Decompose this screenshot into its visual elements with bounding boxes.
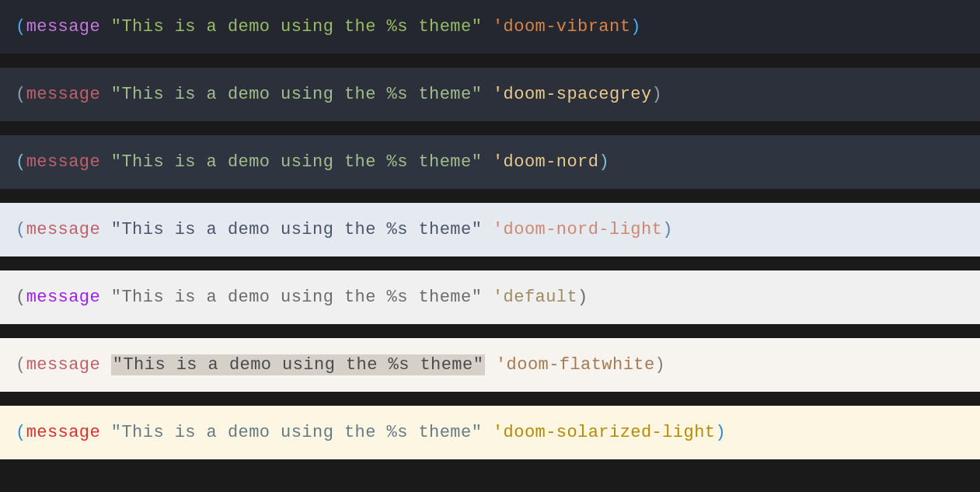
string: "This is a demo using the %s theme" bbox=[111, 152, 482, 172]
string: "This is a demo using the %s theme" bbox=[111, 85, 482, 104]
space bbox=[482, 288, 493, 307]
open-paren: ( bbox=[16, 288, 26, 307]
string: "This is a demo using the %s theme" bbox=[111, 220, 482, 239]
close-paren: ) bbox=[652, 85, 663, 104]
close-paren: ) bbox=[715, 423, 726, 442]
space bbox=[482, 85, 493, 104]
space bbox=[100, 152, 111, 172]
open-paren: ( bbox=[16, 152, 26, 172]
keyword: message bbox=[26, 17, 101, 37]
open-paren: ( bbox=[16, 220, 26, 239]
space bbox=[100, 17, 111, 37]
quote-symbol: 'doom-vibrant bbox=[493, 17, 630, 37]
code-line: (message "This is a demo using the %s th… bbox=[16, 220, 673, 239]
open-paren: ( bbox=[16, 355, 26, 375]
keyword: message bbox=[26, 220, 101, 239]
space bbox=[482, 152, 493, 172]
keyword: message bbox=[26, 423, 101, 442]
separator bbox=[0, 189, 980, 203]
open-paren: ( bbox=[16, 17, 26, 37]
space bbox=[100, 220, 111, 239]
space bbox=[485, 355, 496, 375]
theme-block-doom-flatwhite: (message "This is a demo using the %s th… bbox=[0, 338, 980, 392]
string-highlighted: "This is a demo using the %s theme" bbox=[111, 354, 485, 375]
code-line: (message "This is a demo using the %s th… bbox=[16, 288, 588, 307]
separator bbox=[0, 121, 980, 135]
keyword: message bbox=[26, 85, 101, 104]
close-paren: ) bbox=[655, 355, 666, 375]
space bbox=[482, 17, 493, 37]
theme-block-doom-nord: (message "This is a demo using the %s th… bbox=[0, 135, 980, 189]
keyword: message bbox=[26, 152, 101, 172]
open-paren: ( bbox=[16, 423, 26, 442]
space bbox=[100, 355, 111, 375]
string: "This is a demo using the %s theme" bbox=[111, 288, 482, 307]
theme-block-doom-nord-light: (message "This is a demo using the %s th… bbox=[0, 203, 980, 256]
string: "This is a demo using the %s theme" bbox=[111, 423, 482, 442]
space bbox=[482, 423, 493, 442]
code-line: (message "This is a demo using the %s th… bbox=[16, 17, 641, 37]
code-line: (message "This is a demo using the %s th… bbox=[16, 423, 726, 442]
close-paren: ) bbox=[662, 220, 673, 239]
quote-symbol: 'doom-spacegrey bbox=[493, 85, 652, 104]
separator bbox=[0, 256, 980, 270]
space bbox=[100, 288, 111, 307]
code-line: (message "This is a demo using the %s th… bbox=[16, 355, 665, 375]
open-paren: ( bbox=[16, 85, 26, 104]
keyword: message bbox=[26, 288, 101, 307]
keyword: message bbox=[26, 355, 101, 375]
separator bbox=[0, 392, 980, 406]
quote-symbol: 'doom-nord bbox=[493, 152, 598, 172]
quote-symbol: 'default bbox=[493, 288, 577, 307]
quote-symbol: 'doom-flatwhite bbox=[496, 355, 655, 375]
close-paren: ) bbox=[630, 17, 641, 37]
theme-block-doom-spacegrey: (message "This is a demo using the %s th… bbox=[0, 68, 980, 121]
space bbox=[100, 423, 111, 442]
string: "This is a demo using the %s theme" bbox=[111, 17, 482, 37]
space bbox=[482, 220, 493, 239]
theme-block-doom-vibrant: (message "This is a demo using the %s th… bbox=[0, 0, 980, 54]
code-line: (message "This is a demo using the %s th… bbox=[16, 152, 609, 172]
quote-symbol: 'doom-solarized-light bbox=[493, 423, 716, 442]
theme-block-doom-solarized-light: (message "This is a demo using the %s th… bbox=[0, 406, 980, 459]
quote-symbol: 'doom-nord-light bbox=[493, 220, 662, 239]
code-line: (message "This is a demo using the %s th… bbox=[16, 85, 662, 104]
space bbox=[100, 85, 111, 104]
separator bbox=[0, 324, 980, 338]
separator bbox=[0, 54, 980, 68]
close-paren: ) bbox=[577, 288, 588, 307]
theme-block-default: (message "This is a demo using the %s th… bbox=[0, 270, 980, 324]
close-paren: ) bbox=[598, 152, 609, 172]
